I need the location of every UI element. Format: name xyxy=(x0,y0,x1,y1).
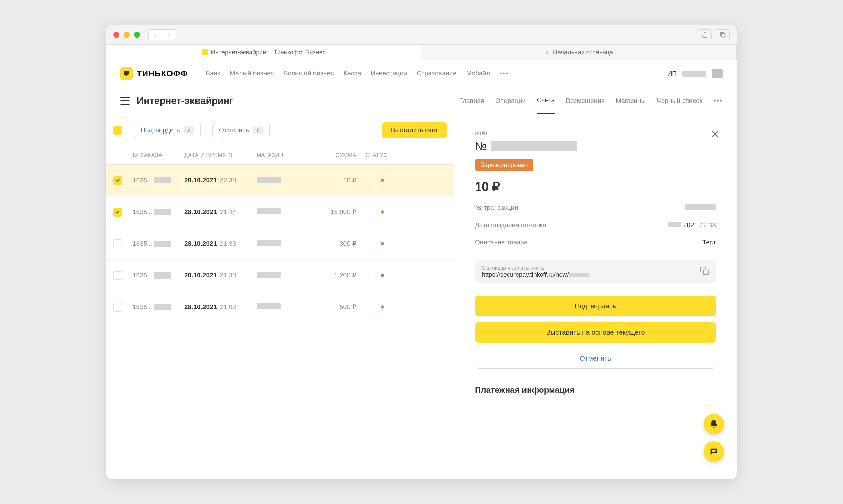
sub-header: Интернет-эквайринг Главная Операции Счет… xyxy=(106,87,737,114)
nav-invest[interactable]: Инвестиции xyxy=(371,70,407,77)
chat-fab[interactable] xyxy=(704,441,724,462)
row-shop xyxy=(257,272,312,279)
subnav-refunds[interactable]: Возмещения xyxy=(566,97,605,114)
table-body: 1635... 28.10.202122:38 10 ₽ 1635... 28.… xyxy=(106,165,454,323)
svg-rect-1 xyxy=(202,49,208,55)
cancel-button[interactable]: Отменить xyxy=(475,348,716,369)
invoice-number: № xyxy=(475,140,716,153)
nav-buttons: ‹ › xyxy=(148,29,176,40)
tabs-icon[interactable] xyxy=(716,29,730,40)
payment-info-title: Платежная информация xyxy=(475,385,716,395)
confirm-label: Подтвердить xyxy=(140,126,180,134)
nav-bank[interactable]: Банк xyxy=(206,70,220,77)
row-datetime: 28.10.202121:33 xyxy=(184,272,257,279)
subnav-blacklist[interactable]: Черный список xyxy=(657,97,702,114)
subnav-more-icon[interactable]: ••• xyxy=(714,97,723,105)
nav-kassa[interactable]: Касса xyxy=(343,70,361,77)
info-transaction: № транзакции xyxy=(475,204,716,212)
col-sum[interactable]: СУММА xyxy=(312,152,356,158)
close-icon[interactable]: ✕ xyxy=(711,128,719,140)
user-menu[interactable]: ИП xyxy=(667,69,723,78)
nav-more-icon[interactable]: ••• xyxy=(500,70,509,77)
close-window-icon[interactable] xyxy=(113,32,119,38)
notifications-fab[interactable] xyxy=(704,414,724,434)
row-status xyxy=(356,272,391,279)
info-description: Описание товара Тест xyxy=(475,239,716,246)
nav-mobile[interactable]: Мобайл xyxy=(466,70,490,77)
invoice-amount: 10 ₽ xyxy=(475,180,716,194)
row-datetime: 28.10.202121:33 xyxy=(184,240,257,248)
row-sum: 10 ₽ xyxy=(312,176,356,184)
share-icon[interactable] xyxy=(698,29,712,40)
invoice-number-redacted xyxy=(491,141,577,151)
col-shop[interactable]: МАГАЗИН xyxy=(257,152,312,158)
copy-icon[interactable] xyxy=(700,266,709,277)
table-row[interactable]: 1635... 28.10.202121:33 300 ₽ xyxy=(106,228,454,260)
row-status xyxy=(356,209,391,215)
row-shop xyxy=(257,208,312,216)
row-checkbox[interactable] xyxy=(113,208,122,217)
subnav-operations[interactable]: Операции xyxy=(495,97,526,114)
titlebar: ‹ › xyxy=(106,25,737,45)
clone-button[interactable]: Выставить на основе текущего xyxy=(475,322,716,343)
subnav-main[interactable]: Главная xyxy=(459,97,484,114)
transaction-id-redacted xyxy=(685,204,716,210)
col-status[interactable]: СТАТУС xyxy=(356,152,391,158)
row-datetime: 28.10.202121:02 xyxy=(184,303,257,311)
window-controls xyxy=(113,32,140,38)
table-header: № ЗАКАЗА ДАТА И ВРЕМЯ ⇅ МАГАЗИН СУММА СТ… xyxy=(106,146,454,165)
logo[interactable]: ТИНЬКОФФ xyxy=(120,67,188,80)
invoice-detail-pane: ✕ счёт № Зарезервирован 10 ₽ № транзакци… xyxy=(454,114,737,479)
table-row[interactable]: 1635... 28.10.202122:38 10 ₽ xyxy=(106,165,454,196)
row-sum: 15 000 ₽ xyxy=(312,208,356,216)
row-order: 1635... xyxy=(133,208,184,216)
table-row[interactable]: 1635... 28.10.202121:02 500 ₽ xyxy=(106,291,454,323)
create-invoice-button[interactable]: Выставить счет xyxy=(382,122,447,138)
minimize-window-icon[interactable] xyxy=(124,32,130,38)
table-row[interactable]: 1635... 28.10.202121:33 1 200 ₽ xyxy=(106,260,454,291)
confirm-button[interactable]: Подтвердить xyxy=(475,296,716,316)
row-checkbox[interactable] xyxy=(113,176,122,185)
status-dot-icon xyxy=(381,210,384,214)
link-url: https://securepay.tinkoff.ru/new/ xyxy=(482,271,589,279)
maximize-window-icon[interactable] xyxy=(134,32,140,38)
row-checkbox[interactable] xyxy=(113,303,122,312)
row-checkbox[interactable] xyxy=(113,239,122,248)
browser-tab-2[interactable]: ☆ Начальная страница xyxy=(422,45,737,60)
nav-big-biz[interactable]: Большой бизнес xyxy=(283,70,334,77)
row-shop xyxy=(257,177,312,184)
confirm-count: 2 xyxy=(184,126,194,134)
row-datetime: 28.10.202121:44 xyxy=(184,208,257,216)
select-all-checkbox[interactable] xyxy=(113,126,122,135)
tab-title: Начальная страница xyxy=(553,49,613,56)
user-dropdown-icon[interactable] xyxy=(712,69,723,78)
detail-heading: счёт xyxy=(475,129,716,137)
row-shop xyxy=(257,240,312,248)
nav-small-biz[interactable]: Малый бизнес xyxy=(230,70,274,77)
nav-insurance[interactable]: Страхование xyxy=(417,70,457,77)
row-datetime: 28.10.202122:38 xyxy=(184,177,257,184)
table-row[interactable]: 1635... 28.10.202121:44 15 000 ₽ xyxy=(106,196,454,228)
subnav-invoices[interactable]: Счета xyxy=(537,96,555,114)
forward-button[interactable]: › xyxy=(162,29,176,40)
top-nav: Банк Малый бизнес Большой бизнес Касса И… xyxy=(206,70,509,77)
confirm-selected-button[interactable]: Подтвердить 2 xyxy=(134,122,201,138)
star-icon: ☆ xyxy=(545,49,550,56)
cancel-selected-button[interactable]: Отменить 2 xyxy=(212,122,270,138)
col-order[interactable]: № ЗАКАЗА xyxy=(133,152,184,158)
row-checkbox[interactable] xyxy=(113,271,122,280)
browser-tab-1[interactable]: Интернет-эквайринг | Тинькофф Бизнес xyxy=(106,45,422,60)
subnav-shops[interactable]: Магазины xyxy=(616,97,646,114)
row-shop xyxy=(257,303,312,311)
site-header: ТИНЬКОФФ Банк Малый бизнес Большой бизне… xyxy=(106,60,737,87)
back-button[interactable]: ‹ xyxy=(148,29,162,40)
browser-tabs: Интернет-эквайринг | Тинькофф Бизнес ☆ Н… xyxy=(106,45,737,60)
row-status xyxy=(356,304,391,310)
status-badge: Зарезервирован xyxy=(475,159,533,171)
svg-rect-0 xyxy=(721,33,725,37)
col-datetime[interactable]: ДАТА И ВРЕМЯ ⇅ xyxy=(184,152,257,158)
row-order: 1635... xyxy=(133,240,184,248)
brand-name: ТИНЬКОФФ xyxy=(137,69,188,78)
row-sum: 1 200 ₽ xyxy=(312,271,356,279)
hamburger-icon[interactable] xyxy=(120,97,130,105)
